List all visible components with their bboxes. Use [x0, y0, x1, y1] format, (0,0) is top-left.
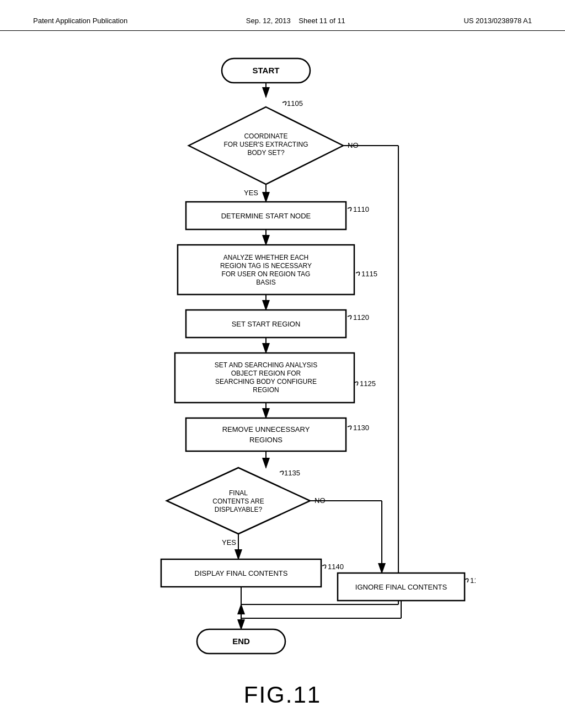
svg-text:1105: 1105: [287, 99, 303, 108]
svg-text:REMOVE UNNECESSARY: REMOVE UNNECESSARY: [222, 425, 310, 433]
svg-text:1135: 1135: [284, 469, 300, 477]
svg-text:FINAL: FINAL: [229, 489, 248, 497]
svg-text:1115: 1115: [361, 270, 377, 278]
svg-text:OBJECT REGION FOR: OBJECT REGION FOR: [231, 370, 301, 377]
svg-text:SEARCHING BODY CONFIGURE: SEARCHING BODY CONFIGURE: [215, 378, 317, 386]
svg-text:YES: YES: [244, 189, 258, 197]
svg-text:END: END: [232, 636, 250, 646]
page: Patent Application Publication Sep. 12, …: [0, 0, 565, 728]
header-center: Sep. 12, 2013 Sheet 11 of 11: [246, 17, 345, 25]
figure-label: FIG.11: [0, 682, 565, 708]
svg-text:DISPLAY FINAL CONTENTS: DISPLAY FINAL CONTENTS: [195, 569, 288, 577]
svg-text:BODY SET?: BODY SET?: [247, 149, 284, 157]
svg-text:REGION: REGION: [253, 386, 279, 394]
header-right: US 2013/0238978 A1: [463, 17, 532, 25]
svg-text:COORDINATE: COORDINATE: [244, 132, 287, 140]
svg-text:YES: YES: [222, 538, 236, 547]
svg-text:DETERMINE START NODE: DETERMINE START NODE: [221, 212, 311, 220]
svg-text:SET AND SEARCHING ANALYSIS: SET AND SEARCHING ANALYSIS: [215, 361, 317, 369]
svg-text:REGIONS: REGIONS: [249, 436, 282, 444]
svg-rect-18: [178, 245, 354, 295]
svg-text:FOR USER ON REGION TAG: FOR USER ON REGION TAG: [222, 270, 311, 278]
svg-text:1125: 1125: [360, 379, 376, 388]
svg-text:CONTENTS ARE: CONTENTS ARE: [212, 497, 264, 505]
svg-text:1130: 1130: [353, 424, 369, 432]
svg-text:BASIS: BASIS: [256, 279, 275, 286]
svg-rect-36: [186, 418, 346, 451]
svg-text:DISPLAYABLE?: DISPLAYABLE?: [215, 506, 263, 513]
svg-text:FOR USER'S EXTRACTING: FOR USER'S EXTRACTING: [224, 141, 308, 148]
header-left: Patent Application Publication: [33, 17, 127, 25]
svg-text:REGION TAG IS NECESSARY: REGION TAG IS NECESSARY: [220, 262, 312, 270]
svg-text:1145: 1145: [470, 576, 476, 585]
svg-text:ANALYZE WHETHER EACH: ANALYZE WHETHER EACH: [223, 254, 308, 261]
svg-text:IGNORE FINAL CONTENTS: IGNORE FINAL CONTENTS: [355, 583, 447, 591]
page-header: Patent Application Publication Sep. 12, …: [0, 0, 565, 31]
svg-text:1120: 1120: [353, 313, 369, 322]
svg-text:SET START REGION: SET START REGION: [232, 320, 301, 328]
svg-text:START: START: [253, 66, 280, 75]
flowchart: START 1105 COORDINATE FOR USER'S EXTRACT…: [89, 47, 476, 671]
svg-text:1110: 1110: [353, 205, 369, 213]
svg-text:1140: 1140: [328, 563, 344, 571]
